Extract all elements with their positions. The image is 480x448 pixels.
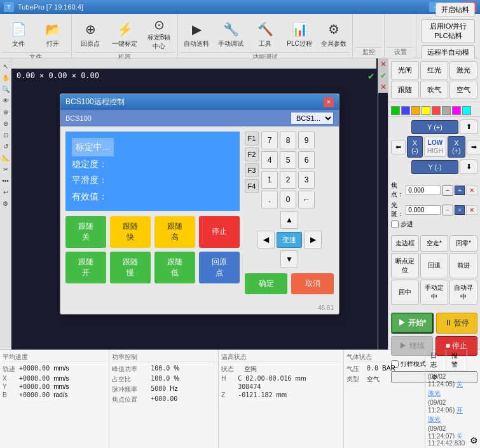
num-dot[interactable]: . xyxy=(261,191,278,208)
bottom-settings-button[interactable]: ⚙ xyxy=(470,435,478,445)
return-zero-btn[interactable]: 回零* xyxy=(449,235,477,252)
color-cyan[interactable] xyxy=(462,106,471,115)
color-orange[interactable] xyxy=(411,106,420,115)
blow-button[interactable]: 吹气 xyxy=(420,81,448,99)
num-7[interactable]: 7 xyxy=(261,132,278,149)
tool-rotate[interactable]: ↺ xyxy=(1,141,11,151)
num-5[interactable]: 5 xyxy=(280,151,296,169)
x-plus-button[interactable]: X (+) xyxy=(448,136,465,158)
color-yellow[interactable] xyxy=(422,106,430,115)
b-axis-button[interactable]: ⊙ 标定B轴中心 xyxy=(143,15,175,52)
tool-eye[interactable]: 👁 xyxy=(1,95,11,105)
y-minus-button[interactable]: Y (-) xyxy=(411,160,458,174)
follow-low-button[interactable]: 跟随低 xyxy=(154,252,195,283)
f2-button[interactable]: F2 xyxy=(245,147,259,161)
step-checkbox[interactable] xyxy=(391,221,399,228)
x-plus-right-icon[interactable]: ➡ xyxy=(467,140,480,154)
tool-cut[interactable]: ✂ xyxy=(1,164,11,174)
tool-points[interactable]: ••• xyxy=(1,175,11,186)
tool-fit[interactable]: ⊡ xyxy=(1,130,11,140)
y-plus-button[interactable]: Y (+) xyxy=(411,120,458,134)
num-1[interactable]: 1 xyxy=(261,171,278,189)
focus-minus-btn[interactable]: − xyxy=(442,185,453,196)
num-0[interactable]: 0 xyxy=(280,191,296,208)
report-tab[interactable]: 报警 xyxy=(446,350,467,370)
cancel-button[interactable]: 取消 xyxy=(291,273,334,294)
back-btn[interactable]: 回退 xyxy=(420,253,448,278)
arrow-down[interactable]: ▼ xyxy=(280,250,298,268)
modal-close-button[interactable]: × xyxy=(324,97,334,107)
num-2[interactable]: 2 xyxy=(280,171,296,189)
num-9[interactable]: 9 xyxy=(298,132,315,149)
laser-button[interactable]: 激光 xyxy=(449,61,477,79)
plc-button[interactable]: 📊 PLC过程 xyxy=(284,15,315,52)
auto-feed-button[interactable]: ▶ 自动送料 xyxy=(181,15,212,52)
red-light-button[interactable]: 红光 xyxy=(420,61,448,79)
tool-measure[interactable]: 📐 xyxy=(1,153,11,163)
arrow-up[interactable]: ▲ xyxy=(280,211,298,229)
color-green[interactable] xyxy=(391,106,400,115)
tool-shrink[interactable]: ⊖ xyxy=(1,118,11,128)
enable-drill-button[interactable]: 开启钻料 xyxy=(435,3,475,17)
air-button[interactable]: 空气 xyxy=(449,81,477,99)
x-minus-button[interactable]: X (-) xyxy=(407,136,423,158)
follow-off-button[interactable]: 跟随关 xyxy=(65,216,106,248)
walk-border-btn[interactable]: 走边框 xyxy=(391,235,419,252)
color-blue[interactable] xyxy=(401,106,410,115)
f4-button[interactable]: F4 xyxy=(245,179,259,193)
num-6[interactable]: 6 xyxy=(298,151,315,169)
open-button[interactable]: 📂 打开 xyxy=(37,15,69,52)
home-button[interactable]: ⊕ 回原点 xyxy=(74,15,106,52)
spot-plus-btn[interactable]: + xyxy=(455,205,465,215)
x-minus-left-icon[interactable]: ⬅ xyxy=(391,140,406,154)
return-origin-button[interactable]: 回原点 xyxy=(199,252,240,283)
start-button[interactable]: ▶ 开始* xyxy=(391,313,434,334)
follow-slow-button[interactable]: 跟随慢 xyxy=(110,252,151,283)
f1-button[interactable]: F1 xyxy=(245,132,259,146)
focus-clear-btn[interactable]: ✕ xyxy=(466,186,477,195)
manual-debug-button[interactable]: 🔧 手动调试 xyxy=(215,15,247,52)
stop-button[interactable]: 停止 xyxy=(199,216,240,248)
auto-center-btn[interactable]: 自动寻中 xyxy=(449,280,477,305)
spot-minus-btn[interactable]: − xyxy=(442,205,453,215)
tool-undo[interactable]: ↩ xyxy=(1,187,11,197)
tool-pan[interactable]: ✋ xyxy=(1,72,11,83)
speed-button[interactable]: 变速 xyxy=(277,232,302,248)
follow-fast-button[interactable]: 跟随快 xyxy=(110,216,151,248)
color-red[interactable] xyxy=(432,106,441,115)
num-3[interactable]: 3 xyxy=(298,171,315,189)
global-params-button[interactable]: ⚙ 全局参数 xyxy=(318,15,350,52)
y-minus-icon[interactable]: ⬇ xyxy=(460,160,477,174)
pause-button[interactable]: ⏸ 暂停 xyxy=(436,313,477,334)
arrow-right[interactable]: ▶ xyxy=(304,231,322,248)
f3-button[interactable]: F3 xyxy=(245,163,259,177)
tools-button[interactable]: 🔨 工具 xyxy=(249,15,281,52)
color-gray[interactable] xyxy=(442,106,451,115)
tool-zoom[interactable]: 🔍 xyxy=(1,84,11,94)
enable-io-plc-button[interactable]: 启用IO/并行PLC钻料 xyxy=(422,19,475,43)
file-button[interactable]: 📄 文件 xyxy=(3,15,34,52)
spot-clear-btn[interactable]: ✕ xyxy=(466,205,477,215)
follow-high-button[interactable]: 跟随高 xyxy=(154,216,195,248)
guangzha-button[interactable]: 光闸 xyxy=(391,61,419,79)
tool-select[interactable]: ↖ xyxy=(1,61,11,71)
confirm-button[interactable]: 确定 xyxy=(245,273,287,294)
focus-plus-btn[interactable]: + xyxy=(455,186,465,195)
follow-on-button[interactable]: 跟随开 xyxy=(65,252,106,283)
y-plus-icon[interactable]: ⬆ xyxy=(460,119,477,134)
tool-magnify[interactable]: ⊕ xyxy=(1,107,11,117)
arrow-left[interactable]: ◀ xyxy=(257,231,275,248)
spot-input[interactable] xyxy=(406,205,441,215)
center-btn[interactable]: 回中 xyxy=(391,280,419,305)
forward-btn[interactable]: 前进 xyxy=(449,253,477,278)
log-tab[interactable]: 日志 xyxy=(425,350,446,370)
num-8[interactable]: 8 xyxy=(280,132,296,149)
modal-bcs-select[interactable]: BCS1... xyxy=(291,112,334,125)
follow-button[interactable]: 跟随 xyxy=(391,81,419,99)
calibrate-button[interactable]: ⚡ 一键标定 xyxy=(109,15,141,52)
focus-input[interactable] xyxy=(406,186,441,195)
num-backspace[interactable]: ← xyxy=(298,191,315,208)
tool-settings2[interactable]: ⚙ xyxy=(1,198,11,208)
color-magenta[interactable] xyxy=(452,106,461,115)
empty-walk-btn[interactable]: 空走* xyxy=(420,235,448,252)
